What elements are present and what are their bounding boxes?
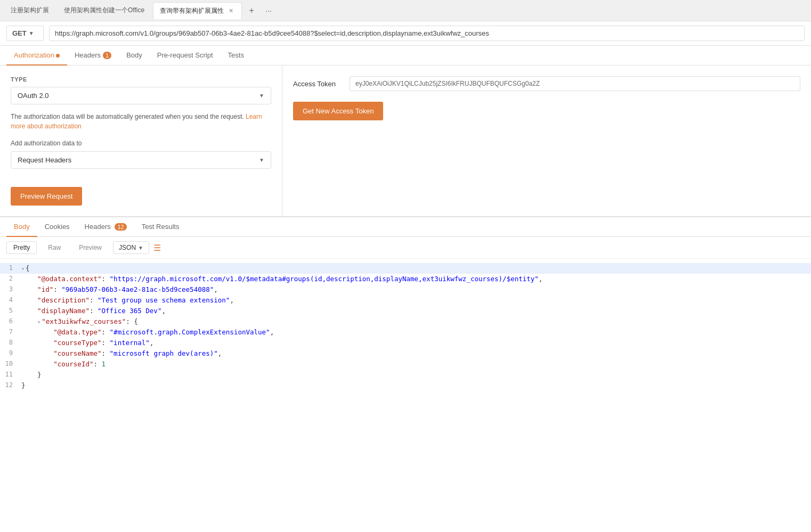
line-content-10: "courseId": 1: [21, 359, 805, 370]
code-line-4: 4 "description": "Test group use schema …: [0, 295, 811, 306]
response-tab-body[interactable]: Body: [6, 217, 37, 237]
tab-body[interactable]: Body: [119, 46, 150, 66]
line-content-2: "@odata.context": "https://graph.microso…: [21, 274, 805, 284]
line-num-3: 3: [0, 284, 21, 295]
tab-body-label: Body: [126, 51, 142, 59]
tab-headers[interactable]: Headers1: [67, 46, 119, 66]
code-line-11: 11 }: [0, 370, 811, 380]
view-raw-button[interactable]: Raw: [41, 241, 68, 254]
tab-create-label: 使用架构属性创建一个Office: [64, 6, 144, 15]
tab-query-label: 查询带有架构扩展属性: [160, 6, 224, 15]
tab-create[interactable]: 使用架构属性创建一个Office: [58, 2, 151, 19]
type-chevron-icon: ▼: [259, 93, 264, 99]
code-toolbar: Pretty Raw Preview JSON ▼ ☰: [0, 237, 811, 259]
line-num-9: 9: [0, 348, 21, 359]
response-tab-test-results[interactable]: Test Results: [134, 217, 187, 237]
response-tab-cookies-label: Cookies: [45, 223, 70, 231]
response-tab-headers-label: Headers: [85, 223, 111, 231]
line-content-8: "courseType": "internal",: [21, 338, 805, 348]
wrap-icon[interactable]: ☰: [153, 243, 161, 253]
view-preview-button[interactable]: Preview: [72, 241, 109, 254]
method-selector[interactable]: GET ▼: [6, 26, 44, 41]
main-content: TYPE OAuth 2.0 ▼ The authorization data …: [0, 66, 811, 217]
tab-tests[interactable]: Tests: [221, 46, 252, 66]
line-num-8: 8: [0, 338, 21, 348]
auth-active-dot: [56, 54, 60, 58]
get-new-access-token-button[interactable]: Get New Access Token: [293, 102, 383, 120]
tab-authorization[interactable]: Authorization: [6, 46, 67, 66]
info-text: The authorization data will be automatic…: [11, 112, 271, 131]
line-num-1: 1: [0, 263, 21, 274]
line-content-9: "courseName": "microsoft graph dev(ares)…: [21, 348, 805, 359]
code-line-10: 10 "courseId": 1: [0, 359, 811, 370]
line-num-12: 12: [0, 380, 21, 391]
tab-add-icon: +: [249, 6, 254, 15]
format-chevron-icon: ▼: [138, 245, 143, 251]
type-select[interactable]: OAuth 2.0 ▼: [11, 87, 271, 104]
response-headers-badge: 12: [115, 223, 126, 231]
headers-badge: 1: [103, 52, 111, 59]
add-auth-value: Request Headers: [18, 156, 71, 164]
url-bar: GET ▼: [0, 21, 811, 46]
tab-close-icon[interactable]: ✕: [227, 7, 235, 15]
response-tab-cookies[interactable]: Cookies: [37, 217, 77, 237]
add-auth-label: Add authorization data to: [11, 140, 271, 147]
line-num-6: 6: [0, 316, 21, 327]
tab-prerequest-label: Pre-request Script: [157, 51, 213, 59]
code-line-5: 5 "displayName": "Office 365 Dev",: [0, 306, 811, 316]
line-num-4: 4: [0, 295, 21, 306]
response-tab-body-label: Body: [14, 223, 30, 231]
line-num-11: 11: [0, 370, 21, 380]
line-content-3: "id": "969ab507-06b3-4ae2-81ac-b5d9cee54…: [21, 284, 805, 295]
response-section: Body Cookies Headers 12 Test Results Pre…: [0, 217, 811, 395]
tab-prerequest[interactable]: Pre-request Script: [150, 46, 221, 66]
tab-authorization-label: Authorization: [14, 51, 54, 59]
tab-bar: 注册架构扩展 使用架构属性创建一个Office 查询带有架构扩展属性 ✕ + ·…: [0, 0, 811, 21]
line-num-5: 5: [0, 306, 21, 316]
tab-add-button[interactable]: +: [244, 3, 259, 18]
response-tabs: Body Cookies Headers 12 Test Results: [0, 217, 811, 237]
code-line-8: 8 "courseType": "internal",: [0, 338, 811, 348]
access-token-input[interactable]: [350, 76, 800, 91]
response-tab-headers[interactable]: Headers 12: [77, 217, 134, 237]
tab-headers-label: Headers: [75, 51, 101, 59]
response-tab-test-results-label: Test Results: [142, 223, 180, 231]
code-line-9: 9 "courseName": "microsoft graph dev(are…: [0, 348, 811, 359]
tab-tests-label: Tests: [228, 51, 244, 59]
code-line-7: 7 "@data.type": "#microsoft.graph.Comple…: [0, 327, 811, 338]
line-content-5: "displayName": "Office 365 Dev",: [21, 306, 805, 316]
code-block: 1 ▾{ 2 "@odata.context": "https://graph.…: [0, 259, 811, 395]
add-auth-chevron-icon: ▼: [259, 157, 264, 163]
code-line-2: 2 "@odata.context": "https://graph.micro…: [0, 274, 811, 284]
tab-more-icon: ···: [265, 6, 272, 15]
code-line-6: 6 ▾"ext3uikwfwz_courses": {: [0, 316, 811, 327]
tab-query[interactable]: 查询带有架构扩展属性 ✕: [153, 2, 242, 19]
auth-tabs: Authorization Headers1 Body Pre-request …: [0, 46, 811, 66]
line-content-4: "description": "Test group use schema ex…: [21, 295, 805, 306]
right-panel: Access Token Get New Access Token: [282, 66, 811, 216]
type-select-value: OAuth 2.0: [18, 92, 49, 100]
view-pretty-button[interactable]: Pretty: [6, 241, 37, 254]
line-num-10: 10: [0, 359, 21, 370]
line-content-6: ▾"ext3uikwfwz_courses": {: [21, 316, 805, 327]
left-panel: TYPE OAuth 2.0 ▼ The authorization data …: [0, 66, 282, 216]
line-content-11: }: [21, 370, 805, 380]
type-label: TYPE: [11, 76, 271, 83]
method-label: GET: [12, 29, 27, 37]
info-text-content: The authorization data will be automatic…: [11, 113, 244, 120]
add-auth-select[interactable]: Request Headers ▼: [11, 151, 271, 169]
tab-more-button[interactable]: ···: [261, 3, 276, 18]
method-chevron-icon: ▼: [29, 30, 34, 36]
code-line-1: 1 ▾{: [0, 263, 811, 274]
line-content-12: }: [21, 380, 805, 391]
code-line-3: 3 "id": "969ab507-06b3-4ae2-81ac-b5d9cee…: [0, 284, 811, 295]
line-content-7: "@data.type": "#microsoft.graph.ComplexE…: [21, 327, 805, 338]
url-input[interactable]: [49, 26, 805, 41]
line-content-1: ▾{: [21, 263, 805, 274]
tab-register[interactable]: 注册架构扩展: [4, 2, 55, 19]
format-selector[interactable]: JSON ▼: [113, 241, 149, 254]
format-label: JSON: [119, 244, 136, 251]
preview-request-button[interactable]: Preview Request: [11, 187, 82, 206]
line-num-7: 7: [0, 327, 21, 338]
token-row: Access Token: [293, 76, 800, 91]
